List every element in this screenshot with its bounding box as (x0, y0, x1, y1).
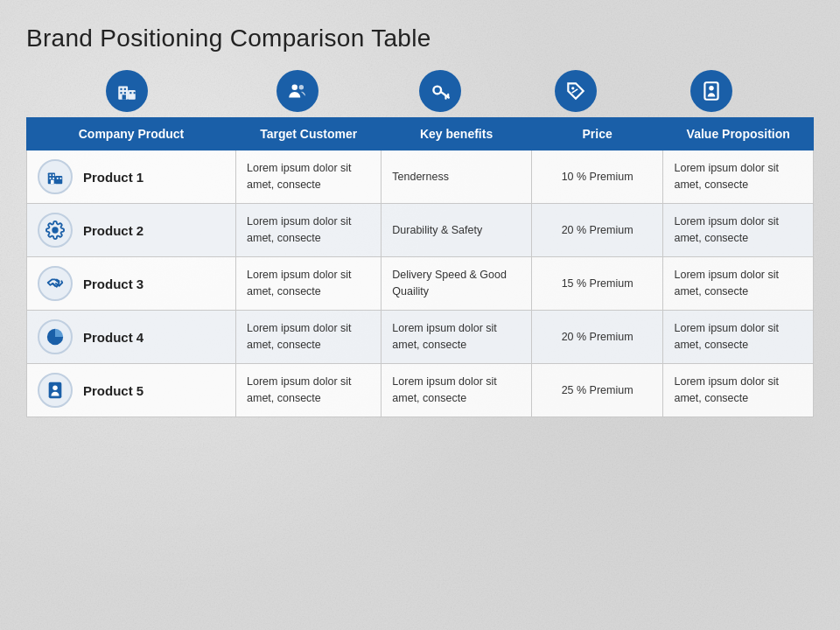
svg-point-18 (709, 86, 713, 90)
svg-line-16 (571, 89, 578, 93)
col-customer-icon-cell (228, 70, 368, 116)
header-icon-row (26, 70, 814, 116)
benefits-cell-3: Delivery Speed & Good Quaility (382, 257, 531, 311)
table-row: Product 4 Lorem ipsum dolor sit amet, co… (27, 311, 814, 364)
building-product-icon (38, 159, 73, 194)
col-price-icon-cell (512, 70, 639, 116)
price-cell-1: 10 % Premium (531, 150, 663, 204)
svg-rect-6 (130, 92, 131, 94)
price-cell-3: 15 % Premium (531, 257, 663, 311)
svg-rect-17 (704, 82, 718, 100)
gear-product-icon (38, 213, 73, 248)
product-cell-1: Product 1 (27, 150, 236, 204)
value-cell-3: Lorem ipsum dolor sit amet, consecte (663, 257, 814, 311)
svg-rect-20 (55, 176, 62, 184)
price-cell-4: 20 % Premium (531, 311, 663, 364)
price-cell-5: 25 % Premium (531, 364, 663, 417)
key-header-icon (419, 70, 461, 112)
product-name: Product 5 (83, 383, 144, 398)
svg-point-15 (571, 87, 574, 89)
svg-rect-22 (52, 174, 54, 176)
table-row: Product 2 Lorem ipsum dolor sit amet, co… (27, 204, 814, 257)
customer-cell-5: Lorem ipsum dolor sit amet, consecte (236, 364, 382, 417)
benefits-cell-5: Lorem ipsum dolor sit amet, consecte (382, 364, 531, 417)
customer-cell-1: Lorem ipsum dolor sit amet, consecte (236, 150, 382, 204)
value-cell-2: Lorem ipsum dolor sit amet, consecte (663, 204, 814, 257)
svg-rect-23 (50, 178, 52, 179)
customer-cell-3: Lorem ipsum dolor sit amet, consecte (236, 257, 382, 311)
col-header-value: Value Proposition (663, 118, 814, 150)
col-value-icon-cell (639, 70, 783, 116)
col-header-product: Company Product (27, 118, 236, 150)
col-header-benefits: Key benefits (382, 118, 531, 150)
svg-point-29 (52, 386, 58, 391)
col-header-customer: Target Customer (236, 118, 382, 150)
product-cell-2: Product 2 (27, 204, 236, 257)
benefits-cell-1: Tenderness (382, 150, 531, 204)
product-name: Product 2 (83, 223, 144, 238)
comparison-table: Company Product Target Customer Key bene… (26, 117, 814, 417)
product-name: Product 4 (83, 330, 144, 345)
svg-rect-24 (52, 178, 54, 179)
company-header-icon (106, 70, 148, 112)
customer-cell-2: Lorem ipsum dolor sit amet, consecte (236, 204, 382, 257)
benefits-cell-4: Lorem ipsum dolor sit amet, consecte (382, 311, 531, 364)
page-container: Brand Positioning Comparison Table (0, 0, 840, 435)
page-title: Brand Positioning Comparison Table (26, 24, 814, 52)
pie-product-icon (38, 319, 73, 354)
svg-rect-8 (122, 94, 126, 99)
value-cell-4: Lorem ipsum dolor sit amet, consecte (663, 311, 814, 364)
table-header-row: Company Product Target Customer Key bene… (27, 118, 814, 150)
benefits-cell-2: Durability & Safety (382, 204, 531, 257)
value-cell-5: Lorem ipsum dolor sit amet, consecte (663, 364, 814, 417)
product-cell-5: Product 5 (27, 364, 236, 417)
col-company-icon-cell (26, 70, 228, 116)
price-cell-2: 20 % Premium (531, 204, 663, 257)
value-cell-1: Lorem ipsum dolor sit amet, consecte (663, 150, 814, 204)
svg-point-10 (299, 85, 304, 89)
col-header-price: Price (531, 118, 663, 150)
svg-rect-2 (120, 88, 122, 90)
svg-rect-21 (50, 174, 52, 176)
table-row: Product 3 Lorem ipsum dolor sit amet, co… (27, 257, 814, 311)
svg-rect-7 (134, 92, 136, 94)
price-header-icon (555, 70, 597, 112)
value-header-icon (690, 70, 732, 112)
svg-rect-25 (57, 178, 59, 179)
product-cell-3: Product 3 (27, 257, 236, 311)
customer-header-icon (276, 70, 318, 112)
svg-rect-1 (128, 90, 136, 100)
handshake-product-icon (38, 266, 73, 301)
person-product-icon (38, 373, 73, 408)
svg-rect-4 (120, 92, 122, 94)
product-name: Product 3 (83, 276, 144, 291)
table-row: Product 1 Lorem ipsum dolor sit amet, co… (27, 150, 814, 204)
product-cell-4: Product 4 (27, 311, 236, 364)
svg-point-9 (292, 84, 298, 90)
col-benefits-icon-cell (368, 70, 512, 116)
svg-rect-5 (124, 92, 126, 94)
customer-cell-4: Lorem ipsum dolor sit amet, consecte (236, 311, 382, 364)
svg-rect-26 (60, 178, 62, 179)
svg-point-11 (433, 87, 441, 94)
svg-rect-3 (124, 88, 126, 90)
svg-rect-27 (51, 180, 54, 185)
table-row: Product 5 Lorem ipsum dolor sit amet, co… (27, 364, 814, 417)
product-name: Product 1 (83, 170, 144, 185)
